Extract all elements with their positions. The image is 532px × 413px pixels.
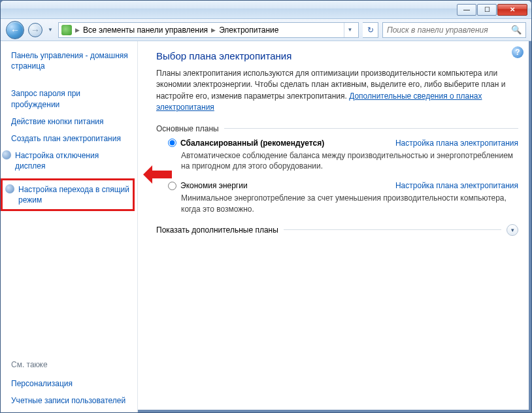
sleep-icon	[5, 184, 14, 193]
sidebar-item-label: Настройка перехода в спящий режим	[18, 184, 130, 205]
chevron-right-icon: ▶	[210, 27, 217, 33]
search-input[interactable]	[387, 25, 511, 35]
minimize-button[interactable]: —	[457, 4, 476, 16]
sidebar-item-display-off[interactable]: Настройка отключения дисплея	[2, 150, 131, 171]
annotation-arrow	[143, 165, 172, 184]
plan-balanced-radio-label[interactable]: Сбалансированный (рекомендуется)	[168, 139, 324, 148]
main-content: ? Выбор плана электропитания Планы элект…	[138, 41, 531, 412]
sidebar-item-create-plan[interactable]: Создать план электропитания	[11, 133, 131, 144]
arrow-left-icon: ←	[10, 25, 20, 35]
search-icon: 🔍	[511, 25, 522, 35]
plan-powersaver-radio-label[interactable]: Экономия энергии	[168, 181, 248, 190]
plan-balanced: Сбалансированный (рекомендуется) Настрой…	[168, 139, 518, 173]
sidebar-home-link[interactable]: Панель управления - домашняя страница	[11, 50, 131, 71]
page-title: Выбор плана электропитания	[156, 50, 518, 61]
section-basic-plans: Основные планы	[156, 124, 518, 133]
breadcrumb[interactable]: ▶ Все элементы панели управления ▶ Элект…	[58, 22, 359, 38]
sidebar-item-password[interactable]: Запрос пароля при пробуждении	[11, 88, 131, 109]
search-box[interactable]: 🔍	[382, 22, 526, 38]
titlebar: — ☐ ✕	[1, 1, 531, 19]
nav-history-dropdown[interactable]: ▼	[46, 24, 54, 37]
breadcrumb-dropdown[interactable]: ▼	[344, 23, 356, 37]
nav-forward-button[interactable]: →	[28, 23, 42, 37]
plan-balanced-radio[interactable]	[168, 139, 176, 147]
sidebar-item-power-button[interactable]: Действие кнопки питания	[11, 116, 131, 127]
sidebar-item-sleep-highlighted[interactable]: Настройка перехода в спящий режим	[1, 178, 135, 211]
plan-title-text: Экономия энергии	[180, 181, 248, 190]
sidebar-item-label: Настройка отключения дисплея	[15, 150, 131, 171]
show-additional-plans-row[interactable]: Показать дополнительные планы ▾	[156, 224, 518, 236]
chevron-right-icon: ▶	[74, 27, 81, 33]
help-button[interactable]: ?	[512, 46, 524, 58]
address-bar: ← → ▼ ▶ Все элементы панели управления ▶…	[1, 19, 531, 41]
chevron-down-icon: ▾	[511, 227, 514, 233]
window-frame: — ☐ ✕ ← → ▼ ▶ Все элементы панели управл…	[0, 0, 532, 413]
breadcrumb-item-all[interactable]: Все элементы панели управления	[83, 25, 208, 35]
control-panel-icon	[61, 25, 72, 35]
see-also-label: См. также	[11, 360, 131, 369]
plan-powersaver-desc: Минимальное энергопотребление за счет ум…	[181, 193, 518, 215]
nav-back-button[interactable]: ←	[6, 21, 24, 39]
plan-powersaver: Экономия энергии Настройка плана электро…	[168, 181, 518, 215]
plan-powersaver-settings-link[interactable]: Настройка плана электропитания	[395, 181, 518, 190]
breadcrumb-item-power[interactable]: Электропитание	[219, 25, 278, 35]
plan-title-text: Сбалансированный (рекомендуется)	[180, 139, 324, 148]
maximize-button[interactable]: ☐	[477, 4, 497, 16]
show-additional-label: Показать дополнительные планы	[156, 225, 278, 235]
plan-balanced-settings-link[interactable]: Настройка плана электропитания	[395, 139, 518, 148]
arrow-right-icon: →	[31, 25, 40, 35]
plan-balanced-desc: Автоматическое соблюдение баланса между …	[181, 150, 518, 173]
intro-text: Планы электропитания используются для оп…	[156, 68, 518, 114]
see-also-user-accounts[interactable]: Учетные записи пользователей	[11, 395, 131, 406]
display-icon	[2, 150, 11, 159]
sidebar: Панель управления - домашняя страница За…	[1, 41, 138, 412]
expand-button[interactable]: ▾	[507, 224, 518, 236]
refresh-icon: ↻	[367, 25, 374, 35]
close-button[interactable]: ✕	[497, 4, 527, 16]
help-icon: ?	[515, 48, 520, 57]
refresh-button[interactable]: ↻	[363, 22, 378, 38]
see-also-personalization[interactable]: Персонализация	[11, 378, 131, 389]
